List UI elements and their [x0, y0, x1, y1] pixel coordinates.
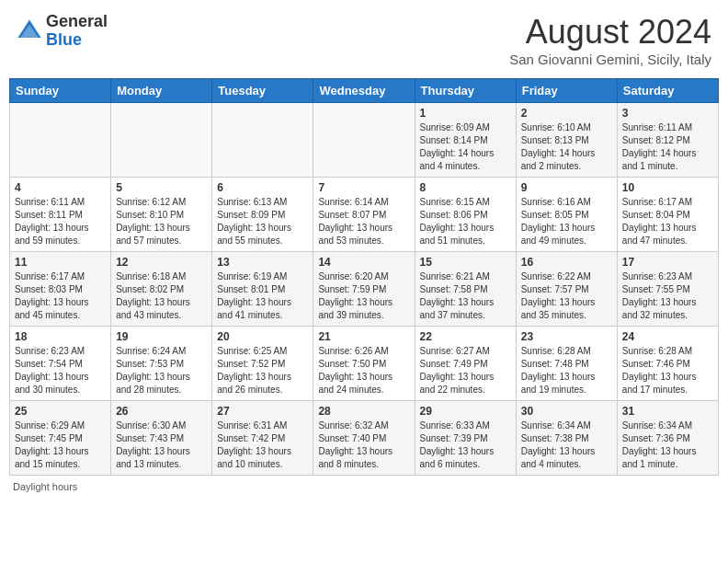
day-cell: 23Sunrise: 6:28 AM Sunset: 7:48 PM Dayli…: [516, 327, 617, 401]
page-header: General Blue August 2024 San Giovanni Ge…: [9, 9, 719, 71]
day-number: 12: [116, 256, 207, 269]
day-info: Sunrise: 6:34 AM Sunset: 7:38 PM Dayligh…: [521, 419, 612, 471]
day-cell: 11Sunrise: 6:17 AM Sunset: 8:03 PM Dayli…: [10, 252, 111, 327]
logo-text: General Blue: [46, 13, 108, 50]
day-number: 25: [15, 405, 106, 418]
day-number: 11: [15, 256, 106, 269]
week-row-4: 18Sunrise: 6:23 AM Sunset: 7:54 PM Dayli…: [10, 327, 719, 401]
day-cell: 31Sunrise: 6:34 AM Sunset: 7:36 PM Dayli…: [617, 401, 718, 476]
day-number: 20: [217, 330, 308, 343]
day-cell: [111, 103, 212, 178]
day-number: 14: [318, 256, 409, 269]
day-info: Sunrise: 6:30 AM Sunset: 7:43 PM Dayligh…: [116, 419, 207, 471]
day-cell: 1Sunrise: 6:09 AM Sunset: 8:14 PM Daylig…: [415, 103, 516, 178]
day-number: 1: [420, 107, 511, 120]
day-cell: 25Sunrise: 6:29 AM Sunset: 7:45 PM Dayli…: [10, 401, 111, 476]
logo-icon: [17, 18, 42, 44]
day-info: Sunrise: 6:29 AM Sunset: 7:45 PM Dayligh…: [15, 419, 106, 471]
day-info: Sunrise: 6:24 AM Sunset: 7:53 PM Dayligh…: [116, 345, 207, 396]
footer-note: Daylight hours: [9, 481, 719, 492]
day-cell: 2Sunrise: 6:10 AM Sunset: 8:13 PM Daylig…: [516, 103, 617, 178]
day-number: 30: [521, 405, 612, 418]
day-number: 4: [15, 181, 106, 194]
day-number: 26: [116, 405, 207, 418]
day-number: 15: [420, 256, 511, 269]
day-number: 28: [318, 405, 409, 418]
week-row-5: 25Sunrise: 6:29 AM Sunset: 7:45 PM Dayli…: [10, 401, 719, 476]
day-number: 6: [217, 181, 308, 194]
day-cell: 26Sunrise: 6:30 AM Sunset: 7:43 PM Dayli…: [111, 401, 212, 476]
day-cell: 29Sunrise: 6:33 AM Sunset: 7:39 PM Dayli…: [415, 401, 516, 476]
day-info: Sunrise: 6:26 AM Sunset: 7:50 PM Dayligh…: [318, 345, 409, 396]
day-cell: 18Sunrise: 6:23 AM Sunset: 7:54 PM Dayli…: [10, 327, 111, 401]
day-number: 19: [116, 330, 207, 343]
day-number: 21: [318, 330, 409, 343]
day-info: Sunrise: 6:21 AM Sunset: 7:58 PM Dayligh…: [420, 270, 511, 322]
day-cell: 10Sunrise: 6:17 AM Sunset: 8:04 PM Dayli…: [617, 178, 718, 252]
day-info: Sunrise: 6:27 AM Sunset: 7:49 PM Dayligh…: [420, 345, 511, 396]
column-header-saturday: Saturday: [617, 79, 718, 103]
day-info: Sunrise: 6:15 AM Sunset: 8:06 PM Dayligh…: [420, 196, 511, 247]
day-number: 27: [217, 405, 308, 418]
day-info: Sunrise: 6:18 AM Sunset: 8:02 PM Dayligh…: [116, 270, 207, 322]
day-info: Sunrise: 6:23 AM Sunset: 7:54 PM Dayligh…: [15, 345, 106, 396]
day-number: 17: [622, 256, 713, 269]
day-number: 9: [521, 181, 612, 194]
day-info: Sunrise: 6:09 AM Sunset: 8:14 PM Dayligh…: [420, 121, 511, 173]
day-cell: [313, 103, 415, 178]
day-number: 2: [521, 107, 612, 120]
day-info: Sunrise: 6:17 AM Sunset: 8:04 PM Dayligh…: [622, 196, 713, 247]
day-info: Sunrise: 6:28 AM Sunset: 7:46 PM Dayligh…: [622, 345, 713, 396]
day-cell: 27Sunrise: 6:31 AM Sunset: 7:42 PM Dayli…: [212, 401, 313, 476]
day-info: Sunrise: 6:16 AM Sunset: 8:05 PM Dayligh…: [521, 196, 612, 247]
day-number: 18: [15, 330, 106, 343]
day-number: 8: [420, 181, 511, 194]
calendar-table: SundayMondayTuesdayWednesdayThursdayFrid…: [9, 78, 719, 476]
day-info: Sunrise: 6:14 AM Sunset: 8:07 PM Dayligh…: [318, 196, 409, 247]
day-number: 29: [420, 405, 511, 418]
day-cell: [10, 103, 111, 178]
column-header-sunday: Sunday: [10, 79, 111, 103]
day-cell: 14Sunrise: 6:20 AM Sunset: 7:59 PM Dayli…: [313, 252, 415, 327]
header-row: SundayMondayTuesdayWednesdayThursdayFrid…: [10, 79, 719, 103]
day-cell: [212, 103, 313, 178]
day-info: Sunrise: 6:22 AM Sunset: 7:57 PM Dayligh…: [521, 270, 612, 322]
day-cell: 21Sunrise: 6:26 AM Sunset: 7:50 PM Dayli…: [313, 327, 415, 401]
day-cell: 15Sunrise: 6:21 AM Sunset: 7:58 PM Dayli…: [415, 252, 516, 327]
main-title: August 2024: [509, 13, 711, 52]
column-header-tuesday: Tuesday: [212, 79, 313, 103]
column-header-monday: Monday: [111, 79, 212, 103]
day-cell: 7Sunrise: 6:14 AM Sunset: 8:07 PM Daylig…: [313, 178, 415, 252]
day-cell: 16Sunrise: 6:22 AM Sunset: 7:57 PM Dayli…: [516, 252, 617, 327]
day-number: 16: [521, 256, 612, 269]
day-cell: 9Sunrise: 6:16 AM Sunset: 8:05 PM Daylig…: [516, 178, 617, 252]
day-info: Sunrise: 6:34 AM Sunset: 7:36 PM Dayligh…: [622, 419, 713, 471]
day-number: 31: [622, 405, 713, 418]
day-cell: 20Sunrise: 6:25 AM Sunset: 7:52 PM Dayli…: [212, 327, 313, 401]
day-cell: 19Sunrise: 6:24 AM Sunset: 7:53 PM Dayli…: [111, 327, 212, 401]
calendar-body: 1Sunrise: 6:09 AM Sunset: 8:14 PM Daylig…: [10, 103, 719, 476]
day-info: Sunrise: 6:20 AM Sunset: 7:59 PM Dayligh…: [318, 270, 409, 322]
title-block: August 2024 San Giovanni Gemini, Sicily,…: [509, 13, 711, 67]
day-number: 13: [217, 256, 308, 269]
day-number: 23: [521, 330, 612, 343]
day-info: Sunrise: 6:11 AM Sunset: 8:11 PM Dayligh…: [15, 196, 106, 247]
day-cell: 30Sunrise: 6:34 AM Sunset: 7:38 PM Dayli…: [516, 401, 617, 476]
day-cell: 17Sunrise: 6:23 AM Sunset: 7:55 PM Dayli…: [617, 252, 718, 327]
day-info: Sunrise: 6:12 AM Sunset: 8:10 PM Dayligh…: [116, 196, 207, 247]
day-info: Sunrise: 6:33 AM Sunset: 7:39 PM Dayligh…: [420, 419, 511, 471]
subtitle: San Giovanni Gemini, Sicily, Italy: [509, 52, 711, 67]
day-cell: 6Sunrise: 6:13 AM Sunset: 8:09 PM Daylig…: [212, 178, 313, 252]
day-cell: 22Sunrise: 6:27 AM Sunset: 7:49 PM Dayli…: [415, 327, 516, 401]
column-header-wednesday: Wednesday: [313, 79, 415, 103]
week-row-1: 1Sunrise: 6:09 AM Sunset: 8:14 PM Daylig…: [10, 103, 719, 178]
logo-blue-text: Blue: [46, 31, 108, 50]
logo: General Blue: [17, 13, 108, 50]
calendar-header: SundayMondayTuesdayWednesdayThursdayFrid…: [10, 79, 719, 103]
day-info: Sunrise: 6:23 AM Sunset: 7:55 PM Dayligh…: [622, 270, 713, 322]
day-info: Sunrise: 6:17 AM Sunset: 8:03 PM Dayligh…: [15, 270, 106, 322]
day-number: 5: [116, 181, 207, 194]
day-cell: 3Sunrise: 6:11 AM Sunset: 8:12 PM Daylig…: [617, 103, 718, 178]
day-number: 7: [318, 181, 409, 194]
column-header-thursday: Thursday: [415, 79, 516, 103]
